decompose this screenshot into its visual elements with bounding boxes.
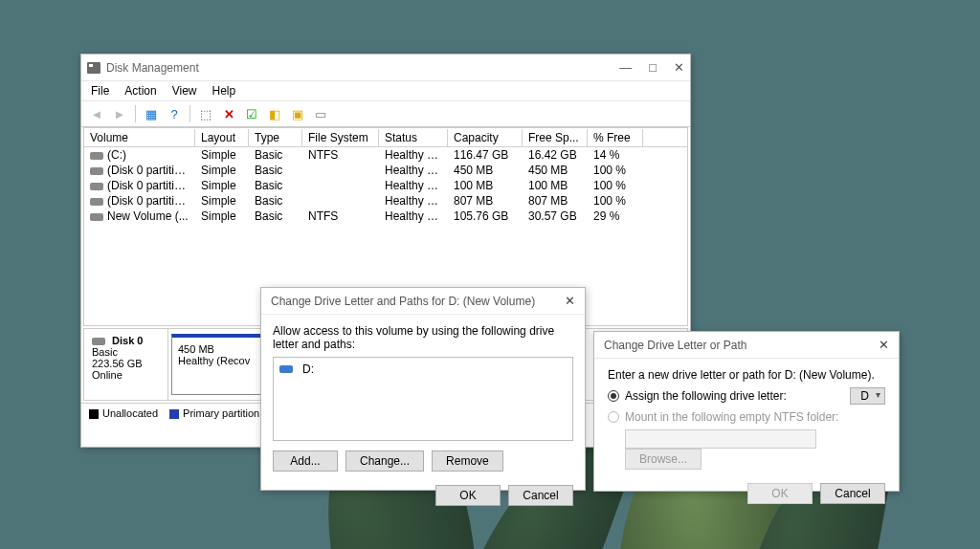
drive-letter-list[interactable]: D:: [273, 357, 573, 441]
table-row[interactable]: (C:) Simple Basic NTFS Healthy (B... 116…: [84, 147, 687, 163]
forward-icon[interactable]: ►: [110, 104, 129, 123]
col-pctfree[interactable]: % Free: [588, 129, 643, 146]
legend-swatch-primary: [169, 409, 179, 419]
legend-primary: Primary partition: [183, 407, 259, 419]
table-row[interactable]: New Volume (... Simple Basic NTFS Health…: [84, 209, 687, 224]
close-button[interactable]: ✕: [674, 60, 684, 75]
radio-icon: [608, 411, 619, 423]
radio-mount-folder[interactable]: Mount in the following empty NTFS folder…: [608, 410, 885, 424]
action-icon[interactable]: ◧: [265, 104, 284, 123]
help-icon[interactable]: ?: [165, 104, 184, 123]
menu-file[interactable]: File: [91, 84, 109, 98]
radio-mount-label: Mount in the following empty NTFS folder…: [625, 410, 838, 424]
dialog-prompt: Enter a new drive letter or path for D: …: [608, 368, 885, 382]
volume-icon: [90, 183, 103, 190]
disk-status: Online: [92, 369, 122, 381]
table-header-row: Volume Layout Type File System Status Ca…: [84, 128, 687, 147]
back-icon[interactable]: ◄: [87, 104, 106, 123]
window-title: Disk Management: [106, 61, 199, 75]
show-hide-console-tree-icon[interactable]: ▦: [142, 104, 161, 123]
table-row[interactable]: (Disk 0 partition 1) Simple Basic Health…: [84, 163, 687, 178]
list-icon[interactable]: ▭: [311, 104, 330, 123]
table-row[interactable]: (Disk 0 partition 2) Simple Basic Health…: [84, 178, 687, 193]
disk-info-panel[interactable]: Disk 0 Basic 223.56 GB Online: [84, 329, 168, 400]
change-button[interactable]: Change...: [345, 450, 424, 472]
cancel-button[interactable]: Cancel: [820, 483, 885, 504]
cancel-button[interactable]: Cancel: [508, 485, 573, 506]
volume-icon: [90, 198, 103, 206]
radio-icon: [608, 390, 619, 402]
legend-swatch-unallocated: [89, 409, 99, 419]
col-free[interactable]: Free Sp...: [523, 129, 588, 146]
add-button[interactable]: Add...: [273, 450, 338, 472]
dialog-title: Change Drive Letter or Path: [604, 339, 746, 352]
disk-type: Basic: [92, 346, 118, 358]
radio-assign-letter[interactable]: Assign the following drive letter: D: [608, 387, 885, 405]
change-drive-letter-paths-dialog: Change Drive Letter and Paths for D: (Ne…: [260, 287, 586, 491]
toolbar: ◄ ► ▦ ? ⬚ ✕ ☑ ◧ ▣ ▭: [81, 101, 690, 127]
col-layout[interactable]: Layout: [195, 129, 249, 146]
dialog-titlebar[interactable]: Change Drive Letter or Path ✕: [594, 332, 899, 359]
dialog-prompt: Allow access to this volume by using the…: [273, 324, 573, 351]
menu-bar: File Action View Help: [81, 81, 690, 101]
folder-icon[interactable]: ▣: [288, 104, 307, 123]
table-row[interactable]: (Disk 0 partition 5) Simple Basic Health…: [84, 193, 687, 209]
col-type[interactable]: Type: [249, 129, 302, 146]
properties-check-icon[interactable]: ☑: [242, 104, 261, 123]
legend-unallocated: Unallocated: [102, 407, 158, 419]
close-icon[interactable]: ✕: [879, 338, 889, 352]
disk-size: 223.56 GB: [92, 358, 143, 369]
browse-button: Browse...: [625, 449, 702, 470]
drive-letter-combo[interactable]: D: [850, 387, 885, 405]
volume-icon: [90, 152, 103, 160]
partition-block[interactable]: 450 MB Healthy (Recov: [171, 334, 267, 395]
col-filesystem[interactable]: File System: [302, 129, 379, 146]
list-item[interactable]: D:: [278, 362, 568, 377]
ok-button[interactable]: OK: [435, 485, 501, 506]
app-icon: [87, 62, 100, 74]
partition-status: Healthy (Recov: [178, 355, 260, 366]
remove-button[interactable]: Remove: [432, 450, 503, 472]
titlebar[interactable]: Disk Management — □ ✕: [81, 55, 690, 81]
dialog-title: Change Drive Letter and Paths for D: (Ne…: [271, 295, 535, 308]
delete-icon[interactable]: ✕: [219, 104, 238, 123]
radio-assign-label: Assign the following drive letter:: [625, 389, 787, 403]
disk-icon: [92, 338, 105, 345]
ok-button: OK: [747, 483, 813, 504]
volume-icon: [90, 167, 103, 175]
disk-name: Disk 0: [112, 335, 143, 346]
drive-icon: [279, 365, 293, 373]
maximize-button[interactable]: □: [649, 60, 657, 75]
close-icon[interactable]: ✕: [565, 294, 575, 308]
menu-help[interactable]: Help: [212, 84, 236, 98]
minimize-button[interactable]: —: [619, 60, 632, 75]
partition-size: 450 MB: [178, 343, 260, 355]
drive-letter-label: D:: [302, 362, 314, 376]
refresh-icon[interactable]: ⬚: [196, 104, 215, 123]
col-capacity[interactable]: Capacity: [448, 129, 523, 146]
col-volume[interactable]: Volume: [84, 129, 195, 146]
change-drive-letter-or-path-dialog: Change Drive Letter or Path ✕ Enter a ne…: [593, 331, 900, 492]
volume-icon: [90, 213, 103, 221]
mount-path-input: [625, 429, 816, 449]
col-status[interactable]: Status: [379, 129, 448, 146]
dialog-titlebar[interactable]: Change Drive Letter and Paths for D: (Ne…: [261, 288, 585, 315]
menu-view[interactable]: View: [172, 84, 197, 98]
menu-action[interactable]: Action: [124, 84, 156, 98]
